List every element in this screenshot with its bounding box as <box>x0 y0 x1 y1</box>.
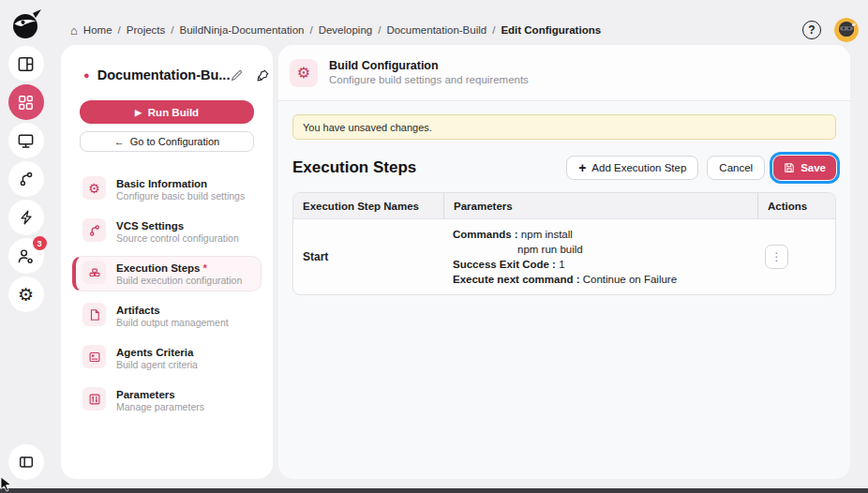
section-title: Execution Steps <box>292 158 416 177</box>
unsaved-changes-banner: You have unsaved changes. <box>292 114 836 140</box>
play-icon: ▶ <box>135 108 142 117</box>
app-window: 3 ⚙ ⌂ Home / Projects / BuildNinja-Docum… <box>0 0 868 493</box>
modified-asterisk: * <box>202 262 206 274</box>
pin-icon[interactable] <box>256 68 270 82</box>
breadcrumb-home[interactable]: Home <box>83 24 112 36</box>
top-bar: ⌂ Home / Projects / BuildNinja-Documenta… <box>61 17 859 43</box>
run-build-button[interactable]: ▶ Run Build <box>80 100 254 124</box>
user-gear-icon <box>17 247 35 265</box>
build-configuration-header: ⚙ Build Configuration Configure build se… <box>278 45 850 101</box>
breadcrumb-separator: / <box>309 24 312 36</box>
breadcrumb: ⌂ Home / Projects / BuildNinja-Documenta… <box>70 24 601 37</box>
rail-item-dashboard[interactable] <box>8 46 44 82</box>
menu-item-parameters[interactable]: Parameters Manage parameters <box>72 382 262 418</box>
cancel-button[interactable]: Cancel <box>707 156 765 180</box>
rail-item-collapse[interactable] <box>8 444 44 480</box>
column-step-names: Execution Step Names <box>293 193 443 218</box>
home-icon: ⌂ <box>70 24 78 37</box>
rail-item-agents[interactable]: 3 <box>8 238 44 274</box>
ellipsis-icon: ⋮ <box>771 250 783 263</box>
execution-steps-table: Execution Step Names Parameters Actions … <box>292 192 836 295</box>
menu-item-agents-criteria[interactable]: Agents Criteria Build agent criteria <box>72 340 262 376</box>
icon-rail: 3 ⚙ <box>0 0 52 493</box>
breadcrumb-projects[interactable]: Projects <box>127 24 166 36</box>
grid-icon <box>17 94 35 112</box>
rail-item-projects[interactable] <box>8 84 44 120</box>
config-side-panel: ● Documentation-Bu... ▶ Run Build <box>61 45 273 479</box>
build-title: Documentation-Bu... <box>97 67 231 82</box>
step-parameters: Commands : npm install npm run build Suc… <box>443 219 757 294</box>
file-icon <box>82 303 106 326</box>
plus-icon: + <box>578 161 586 174</box>
breadcrumb-build[interactable]: Documentation-Build <box>386 24 486 36</box>
breadcrumb-current: Edit Configurations <box>501 24 601 36</box>
topbar-actions: ? <box>802 18 859 42</box>
go-to-configuration-button[interactable]: ← Go to Configuration <box>80 131 254 152</box>
rail-item-builds[interactable] <box>8 161 44 197</box>
page-subtitle: Configure build settings and requirement… <box>329 73 529 87</box>
breadcrumb-separator: / <box>378 24 381 36</box>
edit-pencil-icon[interactable] <box>230 68 244 82</box>
menu-item-execution-steps[interactable]: Execution Steps* Build execution configu… <box>72 256 262 291</box>
steps-blocks-icon <box>82 261 106 284</box>
save-button[interactable]: Save <box>773 156 836 180</box>
panel-collapse-icon <box>18 454 35 471</box>
column-actions: Actions <box>757 193 835 218</box>
table-header: Execution Step Names Parameters Actions <box>293 193 835 219</box>
rail-item-monitor[interactable] <box>8 123 44 158</box>
gear-icon: ⚙ <box>82 176 106 200</box>
add-execution-step-button[interactable]: + Add Execution Step <box>566 156 698 180</box>
breadcrumb-separator: / <box>171 24 173 36</box>
table-row: Start Commands : npm install npm run bui… <box>293 219 835 294</box>
gear-icon: ⚙ <box>290 59 318 87</box>
window-bottom-edge <box>0 488 868 493</box>
breadcrumb-project[interactable]: BuildNinja-Documentation <box>180 24 305 36</box>
back-arrow-icon: ← <box>114 136 125 147</box>
execution-steps-section-header: Execution Steps + Add Execution Step Can… <box>292 156 836 180</box>
monitor-icon <box>17 132 35 150</box>
menu-item-vcs-settings[interactable]: VCS Settings Source control configuratio… <box>72 214 262 249</box>
build-title-row: ● Documentation-Bu... <box>72 67 262 82</box>
buildninja-logo-icon[interactable] <box>9 7 43 41</box>
sliders-icon <box>82 387 106 411</box>
agent-card-icon <box>82 345 106 368</box>
row-actions-menu-button[interactable]: ⋮ <box>765 245 788 269</box>
rail-item-settings[interactable]: ⚙ <box>8 276 44 312</box>
layout-icon <box>17 55 35 73</box>
rail-item-actions[interactable] <box>8 200 44 235</box>
git-branch-icon <box>82 218 106 242</box>
git-branch-icon <box>18 171 35 187</box>
save-floppy-icon <box>784 162 795 173</box>
help-icon[interactable]: ? <box>802 21 821 39</box>
config-menu: ⚙ Basic Information Configure basic buil… <box>72 172 262 418</box>
notification-badge: 3 <box>33 236 47 250</box>
breadcrumb-subproject[interactable]: Developing <box>319 24 373 36</box>
menu-item-artifacts[interactable]: Artifacts Build output management <box>72 298 262 334</box>
lightning-icon <box>18 209 35 226</box>
user-avatar[interactable] <box>834 18 859 42</box>
page-title: Build Configuration <box>329 58 529 73</box>
breadcrumb-separator: / <box>492 24 495 36</box>
main-panel: ⚙ Build Configuration Configure build se… <box>278 45 850 479</box>
mouse-cursor <box>0 476 12 493</box>
step-name: Start <box>293 219 443 294</box>
gear-icon: ⚙ <box>18 286 34 304</box>
column-parameters: Parameters <box>443 193 757 218</box>
breadcrumb-separator: / <box>118 24 121 36</box>
status-dot-icon: ● <box>83 70 90 81</box>
menu-item-basic-information[interactable]: ⚙ Basic Information Configure basic buil… <box>72 172 262 207</box>
